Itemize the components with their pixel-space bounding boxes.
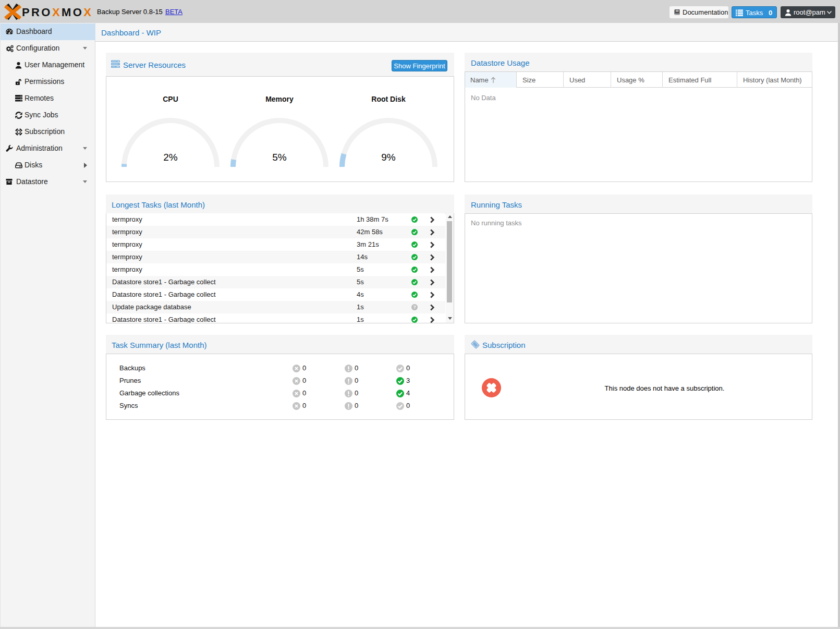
svg-text:?: ? <box>413 305 416 310</box>
